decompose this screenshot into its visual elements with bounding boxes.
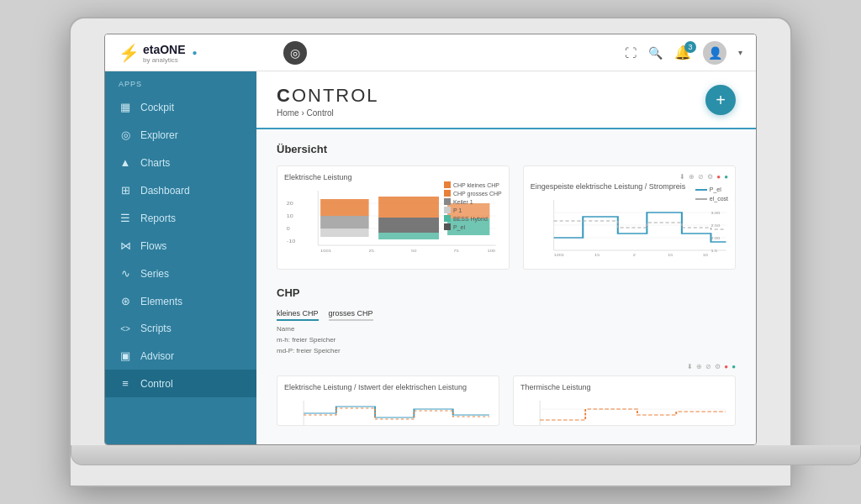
sidebar-item-control[interactable]: ≡ Control — [105, 370, 256, 397]
chart2-legend-label-2: el_cost — [710, 196, 728, 202]
legend-item-3: Keiler 1 — [444, 198, 502, 205]
breadcrumb-home[interactable]: Home — [277, 108, 299, 118]
svg-rect-10 — [378, 233, 439, 239]
sidebar-item-flows-label: Flows — [140, 240, 166, 252]
chp-tab-grosses[interactable]: grosses CHP — [329, 309, 373, 321]
svg-text:1.5: 1.5 — [710, 249, 717, 253]
top-bar-center: ◎ — [270, 41, 625, 65]
screen: ⚡ etaONE by analytics ● ◎ ⛶ 🔍 🔔 3 👤 — [104, 34, 757, 445]
filter-icon[interactable]: ⊘ — [698, 173, 704, 181]
search-button[interactable]: 🔍 — [648, 46, 663, 60]
sidebar-item-elements[interactable]: ⊛ Elements — [105, 287, 256, 315]
svg-text:2.50: 2.50 — [710, 224, 720, 228]
svg-text:-10: -10 — [287, 239, 296, 244]
legend-color-4 — [444, 207, 451, 213]
svg-text:25: 25 — [369, 249, 375, 253]
svg-text:10: 10 — [703, 254, 709, 257]
bottom-zoom-icon[interactable]: ⊕ — [696, 363, 702, 370]
legend-item-1: CHP kleines CHP — [444, 181, 502, 188]
legend-color-1 — [444, 181, 451, 188]
chart-elektrische-leistung: Elektrische Leistung — [277, 165, 510, 270]
logo-area: ⚡ etaONE by analytics ● — [119, 42, 270, 64]
breadcrumb: Home › Control — [277, 108, 379, 118]
top-bar: ⚡ etaONE by analytics ● ◎ ⛶ 🔍 🔔 3 👤 — [105, 34, 756, 71]
expand-button[interactable]: ⛶ — [625, 46, 637, 60]
check-icon[interactable]: ● — [724, 173, 728, 181]
chp-section-title: CHP — [277, 286, 736, 299]
dashboard-icon: ⊞ — [119, 184, 132, 197]
sidebar-item-advisor-label: Advisor — [140, 350, 174, 362]
chart1-legend: CHP kleines CHP CHP grosses CHP Keiler 1 — [444, 181, 502, 232]
chart2-actions: ⬇ ⊕ ⊘ ⚙ ● ● — [531, 173, 728, 181]
svg-rect-8 — [378, 197, 439, 218]
advisor-icon: ▣ — [119, 349, 132, 362]
sidebar-item-scripts-label: Scripts — [140, 323, 172, 334]
scripts-icon: <> — [119, 324, 132, 333]
elements-icon: ⊛ — [119, 295, 132, 307]
svg-text:10: 10 — [287, 213, 294, 218]
explorer-icon: ◎ — [119, 129, 132, 141]
page-title: CONTROL — [277, 85, 379, 107]
legend-item-5: BESS Hybrid — [444, 215, 502, 222]
zoom-icon[interactable]: ⊕ — [689, 173, 695, 181]
close-icon[interactable]: ● — [716, 173, 721, 181]
add-button[interactable]: + — [705, 85, 736, 115]
svg-text:3.00: 3.00 — [710, 212, 720, 215]
sidebar-apps-label: Apps — [105, 71, 256, 93]
chp-info-mh: m-h: freier Speicher — [277, 335, 736, 346]
laptop-wrapper: ⚡ etaONE by analytics ● ◎ ⛶ 🔍 🔔 3 👤 — [69, 17, 792, 487]
legend-color-6 — [444, 223, 451, 230]
legend-label-6: P_el — [453, 224, 465, 230]
chp-tab-kleines[interactable]: kleines CHP — [277, 309, 319, 321]
sidebar-item-cockpit[interactable]: ▦ Cockpit — [105, 93, 256, 121]
chart2-legend-color-2 — [695, 198, 707, 200]
sidebar-item-cockpit-label: Cockpit — [140, 102, 174, 113]
svg-text:2: 2 — [633, 254, 636, 257]
flows-icon: ⋈ — [119, 239, 132, 252]
bottom-download-icon[interactable]: ⬇ — [687, 363, 693, 370]
bottom-settings-icon[interactable]: ⚙ — [715, 363, 721, 370]
avatar-chevron: ▾ — [738, 48, 742, 57]
bottom-check-icon[interactable]: ● — [732, 363, 736, 370]
sidebar-item-elements-label: Elements — [140, 296, 182, 307]
page-title-rest: ONTROL — [292, 85, 379, 106]
series-icon: ∿ — [119, 267, 132, 280]
notification-badge: 3 — [684, 41, 696, 53]
sidebar-item-explorer-label: Explorer — [140, 129, 178, 141]
sidebar-item-scripts[interactable]: <> Scripts — [105, 315, 256, 342]
sidebar-item-reports[interactable]: ☰ Reports — [105, 204, 256, 232]
sidebar-item-flows[interactable]: ⋈ Flows — [105, 232, 256, 260]
sidebar-item-dashboard[interactable]: ⊞ Dashboard — [105, 176, 256, 204]
settings-icon[interactable]: ⚙ — [707, 173, 713, 181]
avatar-icon: 👤 — [708, 46, 722, 60]
page-title-text: C — [277, 85, 292, 106]
download-icon[interactable]: ⬇ — [679, 173, 685, 181]
charts-row: Elektrische Leistung — [277, 165, 736, 270]
control-icon: ≡ — [119, 377, 132, 390]
notifications-button[interactable]: 🔔 3 — [674, 45, 691, 60]
overview-section-title: Übersicht — [277, 143, 736, 155]
sidebar-item-charts[interactable]: ▲ Charts — [105, 149, 256, 176]
svg-rect-5 — [320, 199, 369, 216]
svg-text:15: 15 — [594, 254, 600, 257]
logo-text-group: etaONE by analytics — [143, 42, 186, 64]
sidebar-item-control-label: Control — [140, 378, 173, 390]
bottom-chart-actions: ⬇ ⊕ ⊘ ⚙ ● ● — [277, 363, 736, 370]
avatar[interactable]: 👤 — [703, 41, 726, 65]
compass-icon[interactable]: ◎ — [283, 41, 307, 65]
svg-rect-7 — [320, 228, 369, 237]
breadcrumb-current: Control — [307, 108, 334, 118]
legend-label-2: CHP grosses CHP — [453, 191, 502, 197]
logo-lightning-icon: ⚡ — [119, 43, 140, 63]
legend-label-1: CHP kleines CHP — [453, 182, 499, 188]
sidebar-item-explorer[interactable]: ◎ Explorer — [105, 121, 256, 149]
sidebar-item-series[interactable]: ∿ Series — [105, 260, 256, 287]
svg-text:20: 20 — [287, 201, 294, 206]
chart2-svg: 3.00 2.50 2.00 1.5 1201 15 2 15 10 — [531, 196, 728, 259]
page-header-left: CONTROL Home › Control — [277, 85, 379, 118]
sidebar-item-advisor[interactable]: ▣ Advisor — [105, 342, 256, 370]
bottom-close-icon[interactable]: ● — [724, 363, 728, 370]
bottom-filter-icon[interactable]: ⊘ — [705, 363, 711, 370]
legend-item-6: P_el — [444, 223, 502, 230]
chart-eingespeiste-leistung: ⬇ ⊕ ⊘ ⚙ ● ● Eingespeiste elektrische Lei… — [523, 165, 736, 270]
